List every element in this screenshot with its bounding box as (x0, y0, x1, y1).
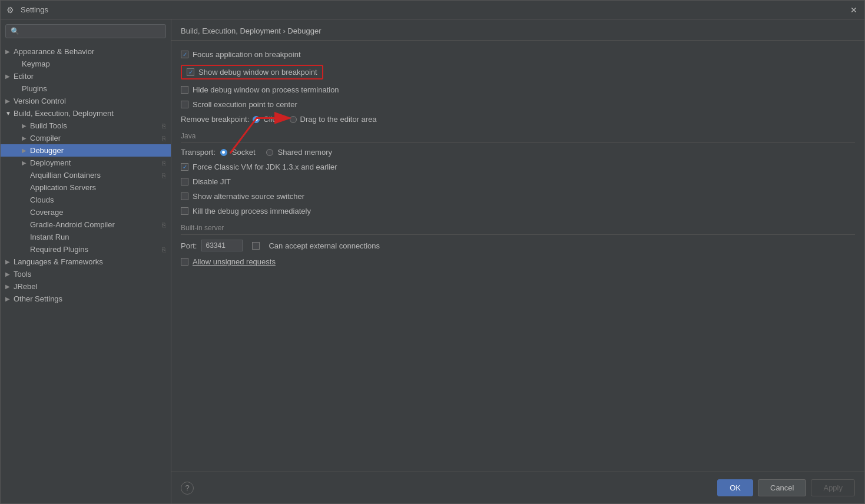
sidebar-item-required-plugins[interactable]: Required Plugins ⎘ (1, 243, 171, 256)
sidebar-item-compiler[interactable]: ▶ Compiler ⎘ (1, 132, 171, 144)
radio-shared-memory[interactable] (266, 149, 273, 156)
radio-click[interactable] (253, 116, 260, 123)
title-bar: ⚙ Settings ✕ (1, 1, 864, 19)
expand-arrow: ▶ (22, 135, 30, 141)
sidebar-item-label: Required Plugins (30, 245, 88, 254)
port-row: Port: Can accept external connections (181, 240, 855, 251)
sidebar-item-arquillian[interactable]: Arquillian Containers ⎘ (1, 169, 171, 181)
allow-unsigned-checkbox[interactable] (181, 258, 188, 266)
copy-icon: ⎘ (162, 172, 166, 179)
apply-button[interactable]: Apply (811, 479, 855, 496)
sidebar-item-instant-run[interactable]: Instant Run (1, 231, 171, 243)
sidebar-item-appearance[interactable]: ▶ Appearance & Behavior (1, 45, 171, 58)
sidebar-item-label: Tools (14, 270, 31, 278)
hide-debug-checkbox[interactable] (181, 86, 188, 94)
sidebar-item-clouds[interactable]: Clouds (1, 194, 171, 206)
kill-debug-checkbox[interactable] (181, 207, 188, 215)
search-input[interactable] (5, 24, 166, 38)
help-button[interactable]: ? (181, 482, 194, 495)
sidebar-item-label: Other Settings (14, 294, 62, 303)
bottom-bar: ? OK Cancel Apply (171, 472, 864, 503)
focus-app-label: Focus application on breakpoint (193, 50, 301, 59)
sidebar-item-label: Application Servers (30, 183, 96, 192)
expand-arrow: ▶ (5, 73, 14, 79)
sidebar-item-label: Keymap (22, 59, 50, 68)
expand-arrow: ▶ (22, 160, 30, 166)
show-alt-checkbox[interactable] (181, 193, 188, 200)
sidebar-item-build-exec[interactable]: ▼ Build, Execution, Deployment (1, 107, 171, 120)
bottom-left: ? (181, 482, 194, 495)
expand-arrow: ▶ (5, 283, 14, 290)
disable-jit-row: Disable JIT (181, 177, 855, 186)
sidebar-item-editor[interactable]: ▶ Editor (1, 70, 171, 82)
sidebar-item-jrebel[interactable]: ▶ JRebel (1, 280, 171, 293)
sidebar-item-label: Coverage (30, 208, 63, 217)
show-debug-checkbox[interactable] (187, 68, 194, 76)
port-input[interactable] (201, 240, 243, 251)
kill-debug-row: Kill the debug process immediately (181, 207, 855, 215)
scroll-exec-checkbox[interactable] (181, 101, 188, 108)
transport-row: Transport: Socket Shared memory (181, 148, 855, 157)
sidebar-item-keymap[interactable]: Keymap (1, 58, 171, 70)
scroll-exec-row: Scroll execution point to center (181, 100, 855, 109)
sidebar-item-deployment[interactable]: ▶ Deployment ⎘ (1, 157, 171, 169)
sidebar-item-label: Build, Execution, Deployment (14, 109, 114, 118)
hide-debug-row: Hide debug window on process termination (181, 85, 855, 94)
window-title: Settings (21, 5, 849, 14)
sidebar-item-other-settings[interactable]: ▶ Other Settings (1, 293, 171, 305)
sidebar-item-languages[interactable]: ▶ Languages & Frameworks (1, 256, 171, 268)
sidebar-item-build-tools[interactable]: ▶ Build Tools ⎘ (1, 120, 171, 132)
sidebar: ▶ Appearance & Behavior Keymap ▶ Editor … (1, 19, 171, 503)
copy-icon: ⎘ (162, 160, 166, 167)
sidebar-item-label: Compiler (30, 134, 61, 142)
sidebar-item-label: Editor (14, 72, 34, 81)
settings-icon: ⚙ (6, 5, 16, 15)
radio-socket[interactable] (220, 149, 227, 156)
main-content: ▶ Appearance & Behavior Keymap ▶ Editor … (1, 19, 864, 503)
sidebar-item-version-control[interactable]: ▶ Version Control (1, 95, 171, 107)
expand-arrow: ▶ (22, 147, 30, 154)
sidebar-item-app-servers[interactable]: Application Servers (1, 181, 171, 194)
sidebar-item-debugger[interactable]: ▶ Debugger (1, 144, 171, 157)
remove-breakpoint-row: Remove breakpoint: Click Drag to the edi… (181, 115, 855, 124)
socket-label: Socket (232, 148, 256, 157)
sidebar-item-coverage[interactable]: Coverage (1, 206, 171, 218)
show-debug-row-highlighted: Show debug window on breakpoint (181, 65, 323, 79)
close-button[interactable]: ✕ (849, 5, 859, 15)
radio-drag[interactable] (290, 116, 297, 123)
sidebar-item-label: Plugins (22, 84, 47, 93)
sidebar-item-label: Deployment (30, 158, 71, 167)
force-classic-checkbox[interactable] (181, 163, 188, 171)
expand-arrow: ▶ (5, 271, 14, 277)
settings-window: ⚙ Settings ✕ ▶ Appearance & Behavior Key… (0, 0, 865, 504)
copy-icon: ⎘ (162, 221, 166, 228)
sidebar-item-label: JRebel (14, 282, 37, 291)
sidebar-item-label: Instant Run (30, 233, 69, 241)
sidebar-item-tools[interactable]: ▶ Tools (1, 268, 171, 280)
sidebar-item-label: Gradle-Android Compiler (30, 220, 115, 229)
ok-button[interactable]: OK (717, 479, 753, 496)
copy-icon: ⎘ (162, 122, 166, 130)
focus-app-checkbox[interactable] (181, 51, 188, 58)
settings-area: Focus application on breakpoint Show deb… (171, 41, 864, 472)
scroll-exec-label: Scroll execution point to center (193, 100, 297, 109)
copy-icon: ⎘ (162, 135, 166, 142)
sidebar-item-label: Build Tools (30, 121, 67, 130)
java-section-label: Java (181, 132, 855, 143)
remove-breakpoint-label: Remove breakpoint: (181, 115, 249, 124)
can-accept-label: Can accept external connections (269, 241, 380, 250)
disable-jit-checkbox[interactable] (181, 178, 188, 185)
allow-unsigned-label: Allow unsigned requests (193, 257, 276, 266)
can-accept-checkbox[interactable] (252, 242, 260, 250)
sidebar-item-plugins[interactable]: Plugins (1, 82, 171, 95)
breadcrumb: Build, Execution, Deployment › Debugger (171, 19, 864, 41)
tree-container: ▶ Appearance & Behavior Keymap ▶ Editor … (1, 43, 171, 503)
expand-arrow: ▶ (5, 98, 14, 104)
disable-jit-label: Disable JIT (193, 177, 231, 186)
show-alt-label: Show alternative source switcher (193, 192, 304, 201)
expand-arrow: ▼ (5, 110, 14, 117)
port-label: Port: (181, 241, 197, 250)
sidebar-item-gradle-android[interactable]: Gradle-Android Compiler ⎘ (1, 218, 171, 231)
sidebar-item-label: Version Control (14, 97, 66, 105)
cancel-button[interactable]: Cancel (758, 479, 806, 496)
